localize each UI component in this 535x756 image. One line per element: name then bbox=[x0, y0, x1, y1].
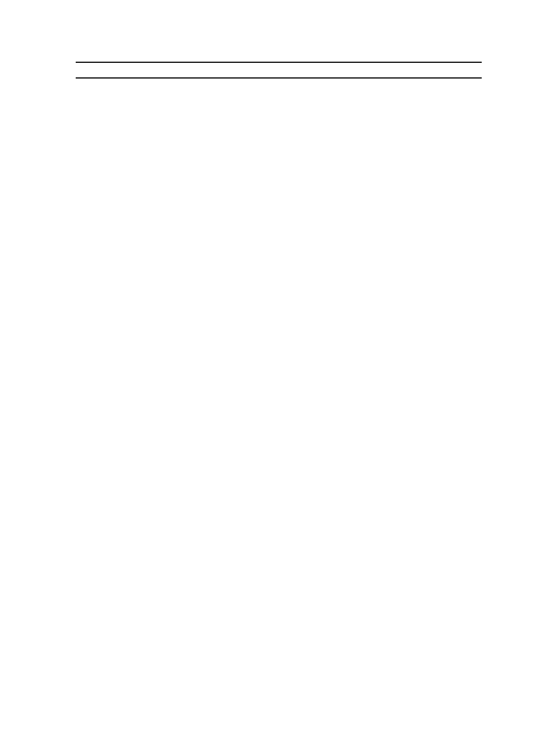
document-page bbox=[0, 0, 535, 756]
section-6-items bbox=[76, 63, 482, 66]
